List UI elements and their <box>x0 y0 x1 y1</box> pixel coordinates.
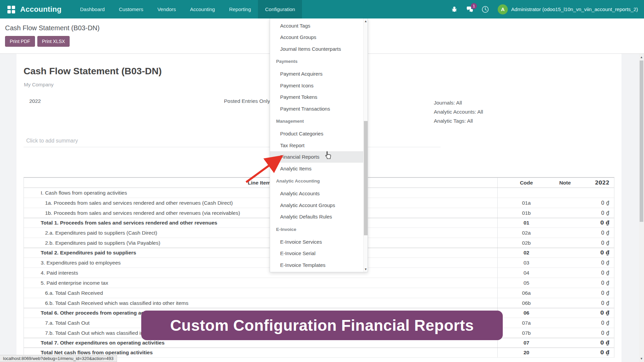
cell-value: 0 ₫ <box>575 240 614 246</box>
nav-item-dashboard[interactable]: Dashboard <box>73 0 112 18</box>
table-row[interactable]: 6.b. Total Cash Received which was class… <box>24 298 614 308</box>
header-line-items: Line Items <box>24 178 498 188</box>
report-period: 2022 <box>29 98 41 104</box>
page-scrollbar[interactable]: ▲ ▼ <box>639 54 644 362</box>
cell-label: 6.a. Total Cash Received <box>24 288 498 298</box>
apps-grid-icon[interactable] <box>7 6 15 13</box>
cell-value: 0 ₫ <box>575 230 614 236</box>
nav-item-reporting[interactable]: Reporting <box>222 0 258 18</box>
menu-item-e-invoice-types[interactable]: E-Invoice Types <box>270 271 368 273</box>
cell-value: 0 ₫ <box>575 220 614 226</box>
cell-label: Total 1. Proceeds from sales and service… <box>24 218 498 228</box>
cell-code: 07 <box>498 340 555 346</box>
cell-label: 1b. Proceeds from sales and services ren… <box>24 208 498 218</box>
configuration-dropdown: Account TagsAccount GroupsJournal Items … <box>270 18 368 272</box>
cell-value: 0 ₫ <box>575 340 614 346</box>
menu-item-e-invoice-serial[interactable]: E-Invoice Serial <box>270 248 368 259</box>
cell-code: 01a <box>498 200 555 206</box>
nav-item-configuration[interactable]: Configuration <box>258 0 302 18</box>
report-journals: Journals: All <box>434 98 483 107</box>
cell-code: 06a <box>498 290 555 296</box>
menu-item-tax-report[interactable]: Tax Report <box>270 139 368 151</box>
header-note: Note <box>555 180 575 186</box>
menu-item-analytic-account-groups[interactable]: Analytic Account Groups <box>270 199 368 211</box>
menu-section-analytic-accounting: Analytic Accounting <box>270 174 368 188</box>
cell-code: 07b <box>498 330 555 336</box>
cell-label: 6.b. Total Cash Received which was class… <box>24 298 498 308</box>
status-url-tooltip: localhost:8069/web?debug=1#menu_id=320&a… <box>0 355 117 362</box>
cell-label: 4. Paid interests <box>24 268 498 278</box>
report-analytic-accounts: Analytic Accounts: All <box>434 107 483 116</box>
cell-value: 0 ₫ <box>575 350 614 356</box>
menu-section-e-invoice: E-Invoice <box>270 223 368 236</box>
cell-value: 0 ₫ <box>575 260 614 266</box>
activities-clock-icon[interactable] <box>481 5 490 14</box>
dropdown-scrollbar-thumb[interactable] <box>364 121 368 235</box>
cell-code: 07a <box>498 320 555 326</box>
report-filter-summary: Journals: All Analytic Accounts: All Ana… <box>434 98 483 125</box>
menu-section-management: Management <box>270 115 368 128</box>
cell-value: 0 ₫ <box>575 200 614 206</box>
nav-item-accounting[interactable]: Accounting <box>183 0 222 18</box>
cell-code: 04 <box>498 270 555 276</box>
menu-item-payment-acquirers[interactable]: Payment Acquirers <box>270 68 368 80</box>
cell-value: 0 ₫ <box>575 330 614 336</box>
page-scrollbar-thumb[interactable] <box>640 61 643 222</box>
cell-label: Total 2. Expenditures paid to suppliers <box>24 248 498 257</box>
menu-item-payment-transactions[interactable]: Payment Transactions <box>270 103 368 115</box>
message-count-badge: 1 <box>471 3 477 9</box>
menu-item-analytic-items[interactable]: Analytic Items <box>270 163 368 174</box>
summary-underline <box>24 147 441 147</box>
menu-item-e-invoice-services[interactable]: E-Invoice Services <box>270 236 368 248</box>
menu-item-product-categories[interactable]: Product Categories <box>270 128 368 140</box>
cell-value: 0 ₫ <box>575 300 614 306</box>
menu-item-financial-reports[interactable]: Financial Reports <box>270 151 368 163</box>
report-company: My Company <box>24 82 53 87</box>
cell-code: 02 <box>498 250 555 256</box>
menu-item-e-invoice-templates[interactable]: E-Invoice Templates <box>270 259 368 271</box>
scroll-up-icon[interactable]: ▲ <box>639 54 644 60</box>
navbar-right: 1 A Administrator (odoo15_l10n_vn_viin_a… <box>447 4 638 14</box>
table-row[interactable]: 6.a. Total Cash Received06a0 ₫ <box>24 288 614 298</box>
scroll-down-icon[interactable]: ▼ <box>639 356 644 361</box>
print-xlsx-button[interactable]: Print XLSX <box>37 36 70 47</box>
cell-label: 5. Paid enterprise income tax <box>24 278 498 288</box>
cell-label: I. Cash flows from operating activities <box>24 188 498 198</box>
scroll-down-icon[interactable]: ▼ <box>364 267 368 272</box>
app-title[interactable]: Accounting <box>20 5 62 14</box>
config-dropdown-list: Account TagsAccount GroupsJournal Items … <box>270 20 368 272</box>
cell-value: 0 ₫ <box>575 310 614 316</box>
messages-icon[interactable]: 1 <box>465 5 474 14</box>
menu-item-payment-icons[interactable]: Payment Icons <box>270 80 368 91</box>
menu-item-payment-tokens[interactable]: Payment Tokens <box>270 91 368 103</box>
cell-code: 02a <box>498 230 555 236</box>
debug-bug-icon[interactable] <box>450 5 459 14</box>
report-title: Cash Flow Statement (B03-DN) <box>24 66 162 77</box>
nav-item-customers[interactable]: Customers <box>112 0 150 18</box>
app-window: Accounting DashboardCustomersVendorsAcco… <box>0 0 644 362</box>
header-2022: 2022 <box>575 180 614 186</box>
menu-item-analytic-accounts[interactable]: Analytic Accounts <box>270 188 368 200</box>
avatar: A <box>498 4 508 14</box>
top-navbar: Accounting DashboardCustomersVendorsAcco… <box>0 0 644 18</box>
cell-value: 0 ₫ <box>575 270 614 276</box>
scroll-up-icon[interactable]: ▲ <box>364 19 368 24</box>
dropdown-scrollbar[interactable]: ▲ ▼ <box>363 18 368 272</box>
user-menu[interactable]: A Administrator (odoo15_l10n_vn_viin_acc… <box>498 4 638 14</box>
menu-item-account-tags[interactable]: Account Tags <box>270 20 368 32</box>
table-row[interactable]: 5. Paid enterprise income tax050 ₫ <box>24 278 614 288</box>
summary-placeholder[interactable]: Click to add summary <box>26 138 78 144</box>
report-analytic-tags: Analytic Tags: All <box>434 116 483 125</box>
caption-banner: Custom Configuration Financial Reports <box>141 311 503 340</box>
user-name: Administrator (odoo15_l10n_vn_viin_accou… <box>511 6 638 12</box>
menu-item-analytic-defaults-rules[interactable]: Analytic Defaults Rules <box>270 211 368 223</box>
cell-value: 0 ₫ <box>575 290 614 296</box>
menu-item-journal-items-counterparts[interactable]: Journal Items Counterparts <box>270 43 368 55</box>
menu-section-payments: Payments <box>270 55 368 68</box>
menu-item-account-groups[interactable]: Account Groups <box>270 32 368 43</box>
nav-item-vendors[interactable]: Vendors <box>150 0 183 18</box>
cell-value: 0 ₫ <box>575 320 614 326</box>
breadcrumb: Cash Flow Statement (B03-DN) <box>5 24 100 32</box>
cell-code: 05 <box>498 280 555 286</box>
print-pdf-button[interactable]: Print PDF <box>5 36 35 47</box>
